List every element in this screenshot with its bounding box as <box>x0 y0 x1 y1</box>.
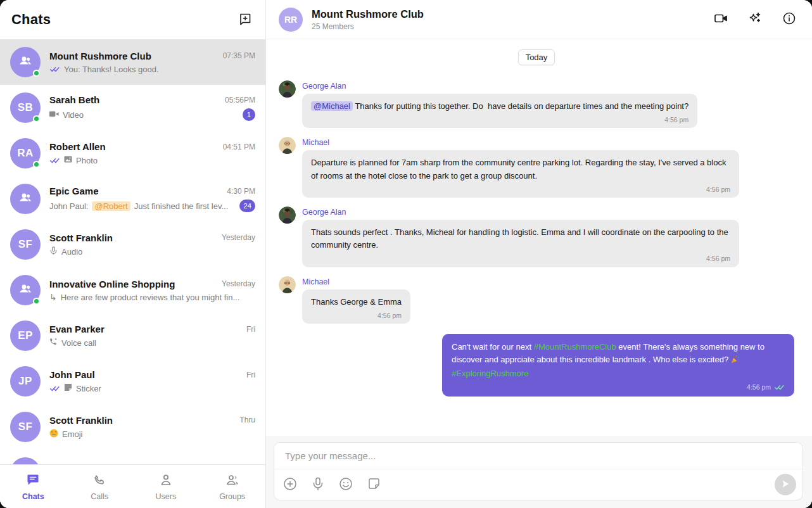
sticker-button[interactable] <box>366 476 382 493</box>
sender-avatar <box>279 137 296 154</box>
sender-name: George Alan <box>302 208 739 217</box>
message-bubble: @Michael Thanks for putting this togethe… <box>302 94 697 128</box>
messenger-app: Chats Mount Rushmore Club07:35 PM You: T… <box>0 0 812 508</box>
avatar-initials: SF <box>10 229 41 260</box>
composer-area <box>266 436 812 508</box>
sender-avatar <box>279 206 296 224</box>
chat-time: 4:30 PM <box>227 187 255 196</box>
message-time: 4:56 pm <box>311 184 730 194</box>
avatar <box>10 275 41 305</box>
compose-icon <box>238 11 253 29</box>
message-incoming: George Alan Thats sounds perfect . Thank… <box>279 206 794 267</box>
sticker-icon <box>64 383 72 393</box>
send-button[interactable] <box>775 474 796 495</box>
sender-avatar <box>279 80 296 98</box>
chat-time: Yesterday <box>222 233 255 242</box>
hashtag-link[interactable]: #MountRushmoreClub <box>534 342 616 352</box>
avatar-initials: SF <box>10 412 41 442</box>
new-chat-button[interactable] <box>236 10 254 30</box>
smiley-icon <box>339 477 353 493</box>
chat-time: Fri <box>246 325 255 334</box>
avatar: SF <box>10 412 41 442</box>
chat-time: Thru <box>239 416 255 424</box>
sender-prefix: John Paul: <box>49 201 88 211</box>
message-incoming: Michael Thanks George & Emma4:56 pm <box>279 276 794 324</box>
video-icon <box>49 110 59 120</box>
attach-button[interactable] <box>282 476 298 494</box>
composer <box>274 442 803 500</box>
message-bubble: Thanks George & Emma4:56 pm <box>302 289 410 324</box>
chat-preview: Photo <box>76 156 98 165</box>
message-text: Thats sounds perfect . Thanks, Micheal f… <box>311 227 730 250</box>
emoji-button[interactable] <box>338 476 354 494</box>
chat-list-item-partial[interactable] <box>0 450 265 464</box>
chat-preview: Here are few product reviews that you mi… <box>61 293 240 302</box>
group-avatar-icon <box>17 281 34 300</box>
voice-record-button[interactable] <box>310 476 326 494</box>
avatar: SB <box>10 92 41 123</box>
send-icon <box>780 479 790 491</box>
message-incoming: Michael Departure is planned for 7am sha… <box>279 137 794 198</box>
chat-list-item[interactable]: Epic Game4:30 PM John Paul:@RobertJust f… <box>0 176 265 222</box>
nav-tab-chats[interactable]: Chats <box>0 465 67 508</box>
chat-title: Mount Rushmore Club <box>312 8 703 20</box>
chat-header: RR Mount Rushmore Club 25 Members <box>266 0 812 39</box>
online-dot <box>33 70 40 77</box>
message-incoming: George Alan @Michael Thanks for putting … <box>279 80 794 128</box>
sender-name: George Alan <box>302 82 697 91</box>
groups-icon <box>225 473 240 490</box>
mention-pill: @Robert <box>92 201 130 211</box>
online-dot <box>33 298 40 305</box>
mention-pill[interactable]: @Michael <box>311 101 353 111</box>
chat-list-item[interactable]: EP Evan ParkerFri Voice call <box>0 313 265 359</box>
group-avatar-icon <box>17 189 34 209</box>
video-call-button[interactable] <box>712 10 730 29</box>
info-icon <box>782 11 797 28</box>
sender-avatar <box>279 276 296 293</box>
chat-name: Scott Franklin <box>49 232 113 243</box>
ai-assistant-button[interactable] <box>746 10 764 29</box>
chat-list-item[interactable]: SF Scott FranklinYesterday Audio <box>0 222 265 267</box>
chat-preview: Audio <box>61 247 82 257</box>
chat-time: Yesterday <box>222 279 255 288</box>
chat-list-item[interactable]: SB Sarah Beth05:56PM Video 1 <box>0 85 265 130</box>
chat-list[interactable]: Mount Rushmore Club07:35 PM You: Thanks!… <box>0 39 265 464</box>
unread-badge: 24 <box>239 200 255 212</box>
chat-name: Robert Allen <box>49 141 106 152</box>
chat-list-item[interactable]: SF Scott FranklinThru Emoji <box>0 404 265 450</box>
hashtag-link[interactable]: #ExploringRushmore <box>452 369 528 378</box>
chat-name: Innovative Online Shopping <box>49 279 175 289</box>
message-time: 4:56 pm <box>311 253 730 264</box>
message-list[interactable]: Today George Alan @Michael Thanks for pu… <box>266 39 812 436</box>
chat-list-item[interactable]: RA Robert Allen04:51 PM Photo <box>0 130 265 176</box>
photo-icon <box>64 155 72 165</box>
message-input[interactable] <box>274 443 802 469</box>
chats-icon <box>25 473 41 490</box>
avatar <box>10 457 41 464</box>
avatar: EP <box>10 321 41 351</box>
nav-tab-users[interactable]: Users <box>133 465 200 508</box>
message-outgoing: Can't wait for our next #MountRushmoreCl… <box>279 334 794 397</box>
avatar <box>10 184 41 214</box>
online-dot <box>33 161 40 168</box>
message-bubble: Can't wait for our next #MountRushmoreCl… <box>442 334 794 397</box>
party-popper-emoji <box>731 355 740 367</box>
double-check-icon <box>774 384 785 391</box>
nav-label: Chats <box>22 492 44 501</box>
chat-info-button[interactable] <box>780 10 798 29</box>
sticker-icon <box>367 477 381 492</box>
message-text: Departure is planned for 7am sharp from … <box>311 158 728 180</box>
users-icon <box>158 473 174 490</box>
sender-name: Michael <box>302 277 410 286</box>
chat-members-count: 25 Members <box>312 22 703 31</box>
group-avatar-icon <box>17 53 34 72</box>
chat-list-item[interactable]: JP John PaulFri Sticker <box>0 359 265 404</box>
chat-list-item[interactable]: Mount Rushmore Club07:35 PM You: Thanks!… <box>0 39 265 85</box>
nav-tab-calls[interactable]: Calls <box>67 465 133 508</box>
chat-name: Mount Rushmore Club <box>49 51 151 61</box>
chat-list-item[interactable]: Innovative Online ShoppingYesterday ↳Her… <box>0 267 265 313</box>
nav-tab-groups[interactable]: Groups <box>199 465 265 508</box>
mic-icon <box>49 246 58 257</box>
message-text: Thanks for putting this together. Do hav… <box>353 101 688 111</box>
chat-panel: RR Mount Rushmore Club 25 Members Today … <box>266 0 812 508</box>
